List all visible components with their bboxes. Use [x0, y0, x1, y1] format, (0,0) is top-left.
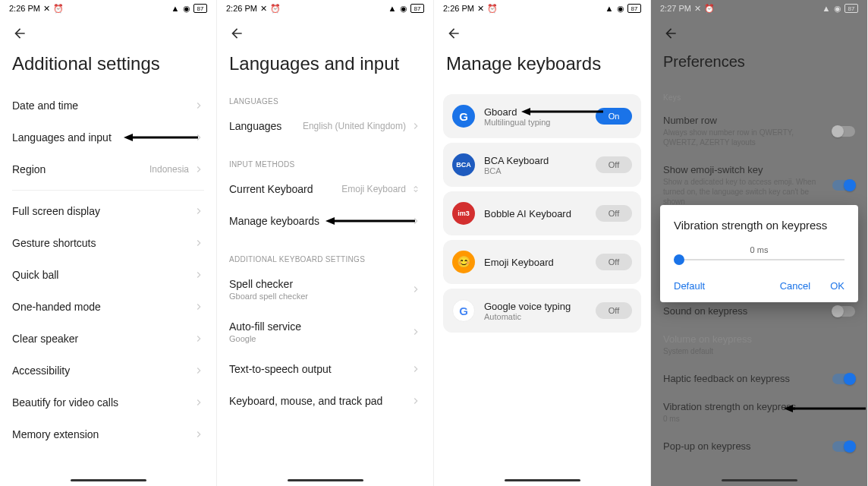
toggle-switch[interactable]	[832, 374, 855, 384]
gboard-icon: G	[452, 105, 475, 128]
vibration-slider[interactable]	[674, 259, 844, 260]
row-sub: Google	[229, 334, 301, 343]
row-popup-on-keypress[interactable]: Pop-up on keypress	[651, 432, 867, 460]
keyboard-toggle[interactable]: Off	[596, 302, 632, 319]
toggle-switch[interactable]	[832, 126, 855, 137]
row-keyboard-mouse-trackpad[interactable]: Keyboard, mouse, and track pad	[217, 385, 433, 417]
chevron-right-icon	[410, 284, 421, 295]
row-sub: Gboard spell checker	[229, 292, 308, 301]
cancel-button[interactable]: Cancel	[780, 280, 810, 292]
keyboard-card-bobble[interactable]: im3 Bobble AI Keyboard Off	[443, 191, 641, 235]
toggle-switch[interactable]	[832, 180, 855, 191]
row-haptic-feedback[interactable]: Haptic feedback on keypress	[651, 364, 867, 393]
back-button[interactable]	[434, 17, 650, 47]
chevron-right-icon	[193, 206, 204, 216]
back-button[interactable]	[651, 17, 867, 47]
row-current-keyboard[interactable]: Current Keyboard Emoji Keyboard	[217, 173, 433, 205]
battery-icon: 87	[627, 4, 641, 13]
kb-name: BCA Keyboard	[484, 155, 587, 166]
status-bar: 2:26 PM✕⏰ ▲◉87	[217, 0, 433, 17]
row-region[interactable]: Region Indonesia	[0, 153, 216, 185]
toggle-switch[interactable]	[832, 306, 855, 317]
keyboard-toggle[interactable]: Off	[596, 254, 632, 270]
chevron-right-icon	[193, 270, 204, 280]
row-value: English (United Kingdom)	[303, 121, 406, 131]
row-value: Indonesia	[149, 164, 189, 175]
pref-sub: 0 ms	[663, 414, 848, 424]
keyboard-toggle[interactable]: On	[596, 108, 632, 125]
row-label: Current Keyboard	[229, 183, 313, 195]
wifi-icon: ◉	[399, 4, 408, 13]
row-manage-keyboards[interactable]: Manage keyboards	[217, 205, 433, 237]
chevron-right-icon	[193, 301, 204, 312]
row-text-to-speech[interactable]: Text-to-speech output	[217, 353, 433, 385]
row-label: Auto-fill service	[229, 320, 301, 333]
chevron-right-icon	[410, 396, 421, 406]
row-label: Clear speaker	[12, 333, 78, 345]
row-value: Emoji Keyboard	[341, 184, 406, 194]
back-button[interactable]	[217, 17, 433, 47]
keyboard-toggle[interactable]: Off	[596, 205, 632, 222]
kb-sub: BCA	[484, 166, 587, 175]
toggle-switch[interactable]	[832, 441, 855, 452]
kb-name: Google voice typing	[484, 301, 587, 312]
row-memory-extension[interactable]: Memory extension	[0, 418, 216, 450]
row-vibration-strength[interactable]: Vibration strength on keypress0 ms	[651, 393, 867, 432]
row-label: Keyboard, mouse, and track pad	[229, 395, 382, 407]
ok-button[interactable]: OK	[830, 280, 844, 292]
svg-marker-1	[124, 134, 133, 141]
keyboard-card-google-voice[interactable]: G Google voice typingAutomatic Off	[443, 289, 641, 333]
chevron-right-icon	[410, 327, 421, 337]
row-gesture-shortcuts[interactable]: Gesture shortcuts	[0, 227, 216, 259]
back-button[interactable]	[0, 17, 216, 47]
keyboard-card-bca[interactable]: BCA BCA KeyboardBCA Off	[443, 143, 641, 187]
nav-bar[interactable]	[288, 479, 363, 481]
row-date-and-time[interactable]: Date and time	[0, 90, 216, 122]
keyboard-card-gboard[interactable]: G GboardMultilingual typing On	[443, 94, 641, 138]
google-icon: G	[452, 299, 475, 322]
dnd-icon: ✕	[42, 4, 52, 13]
row-spell-checker[interactable]: Spell checkerGboard spell checker	[217, 268, 433, 311]
keyboard-toggle[interactable]: Off	[596, 156, 632, 173]
row-label: Manage keyboards	[229, 215, 319, 227]
keyboard-card-emoji[interactable]: 😊 Emoji Keyboard Off	[443, 240, 641, 284]
status-bar: 2:26 PM ✕ ⏰ ▲ ◉ 87	[0, 0, 216, 17]
row-clear-speaker[interactable]: Clear speaker	[0, 323, 216, 355]
screen-languages-and-input: 2:26 PM✕⏰ ▲◉87 Languages and input LANGU…	[217, 0, 434, 486]
row-number-row[interactable]: Number rowAlways show number row in QWER…	[651, 106, 867, 156]
row-label: Spell checker	[229, 278, 308, 290]
row-auto-fill-service[interactable]: Auto-fill serviceGoogle	[217, 311, 433, 353]
row-label: Accessibility	[12, 364, 70, 377]
pref-title: Show emoji-switch key	[663, 164, 825, 175]
alarm-icon: ⏰	[54, 4, 63, 13]
slider-thumb[interactable]	[674, 254, 684, 265]
pref-title: Sound on keypress	[663, 305, 747, 317]
row-label: Full screen display	[12, 205, 100, 217]
row-languages[interactable]: Languages English (United Kingdom)	[217, 110, 433, 142]
row-one-handed-mode[interactable]: One-handed mode	[0, 291, 216, 323]
slider-value: 0 ms	[674, 245, 844, 254]
bobble-icon: im3	[452, 202, 475, 225]
row-volume-on-keypress[interactable]: Volume on keypressSystem default	[651, 325, 867, 364]
default-button[interactable]: Default	[674, 280, 705, 292]
dialog-title: Vibration strength on keypress	[674, 219, 844, 232]
pref-title: Volume on keypress	[663, 333, 848, 345]
screen-preferences: 2:27 PM✕⏰ ▲◉87 Preferences Keys Number r…	[651, 0, 868, 486]
pref-title: Vibration strength on keypress	[663, 401, 848, 412]
vibration-dialog: Vibration strength on keypress 0 ms Defa…	[660, 205, 858, 302]
kb-sub: Automatic	[484, 312, 587, 321]
row-full-screen-display[interactable]: Full screen display	[0, 195, 216, 227]
row-beautify-for-video-calls[interactable]: Beautify for video calls	[0, 387, 216, 418]
row-accessibility[interactable]: Accessibility	[0, 355, 216, 387]
nav-bar[interactable]	[505, 479, 580, 481]
nav-bar[interactable]	[71, 479, 146, 481]
svg-marker-3	[326, 217, 335, 225]
pref-sub: Always show number row in QWERTY, QWERTZ…	[663, 128, 825, 147]
row-languages-and-input[interactable]: Languages and input	[0, 122, 216, 153]
row-quick-ball[interactable]: Quick ball	[0, 259, 216, 291]
status-time: 2:27 PM	[660, 4, 691, 13]
kb-name: Emoji Keyboard	[484, 257, 587, 268]
nav-bar[interactable]	[722, 479, 797, 481]
signal-icon: ▲	[605, 4, 614, 13]
status-bar: 2:26 PM✕⏰ ▲◉87	[434, 0, 650, 17]
